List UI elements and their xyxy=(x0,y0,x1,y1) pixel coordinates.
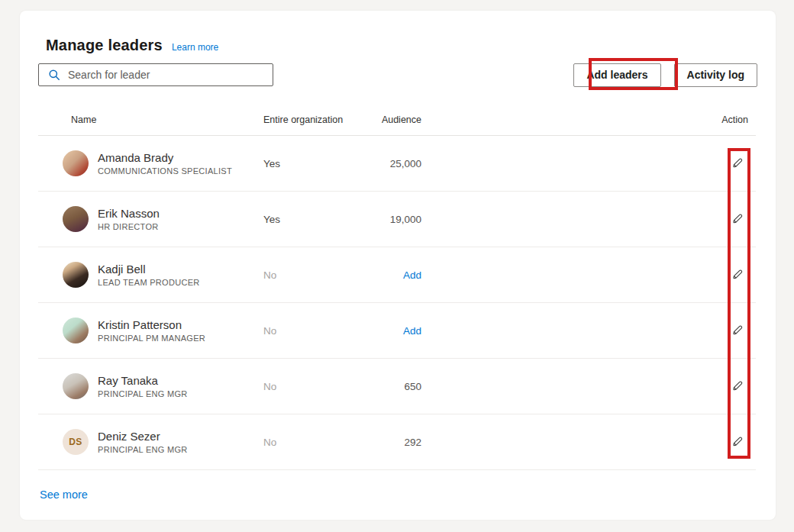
search-box[interactable] xyxy=(38,63,273,86)
column-header-audience: Audience xyxy=(351,114,421,125)
leader-role: PRINCIPAL ENG MGR xyxy=(98,389,188,398)
manage-leaders-card: Manage leaders Learn more Add leaders Ac… xyxy=(20,11,776,520)
table-row: DS Deniz Sezer PRINCIPAL ENG MGR No 292 xyxy=(38,414,756,470)
avatar-initials: DS xyxy=(63,429,89,455)
audience-value: 650 xyxy=(351,381,421,392)
audience-value: 19,000 xyxy=(351,214,421,225)
leader-role: COMMUNICATIONS SPECIALIST xyxy=(98,166,232,176)
add-audience-link[interactable]: Add xyxy=(403,325,421,337)
add-audience-link[interactable]: Add xyxy=(403,269,421,281)
leader-name: Kristin Patterson xyxy=(98,318,205,331)
entire-organization-value: No xyxy=(256,325,351,337)
avatar xyxy=(63,150,89,176)
search-icon xyxy=(48,69,60,81)
table-row: Ray Tanaka PRINCIPAL ENG MGR No 650 xyxy=(38,359,756,414)
table-row: Kristin Patterson PRINCIPAL PM MANAGER N… xyxy=(38,303,756,359)
edit-pencil-icon xyxy=(731,156,744,169)
column-header-name: Name xyxy=(38,114,256,125)
leader-name: Deniz Sezer xyxy=(98,430,188,443)
manage-leaders-page: Manage leaders Learn more Add leaders Ac… xyxy=(0,0,794,532)
entire-organization-value: No xyxy=(256,381,351,392)
leader-role: PRINCIPAL ENG MGR xyxy=(98,445,188,454)
table-header-row: Name Entire organization Audience Action xyxy=(38,104,756,136)
add-leaders-button[interactable]: Add leaders xyxy=(573,63,660,87)
leader-name: Ray Tanaka xyxy=(98,374,188,387)
activity-log-button[interactable]: Activity log xyxy=(674,63,757,87)
edit-pencil-icon xyxy=(731,212,744,224)
edit-leader-button[interactable] xyxy=(730,322,745,337)
learn-more-link[interactable]: Learn more xyxy=(172,42,218,53)
audience-value: 25,000 xyxy=(351,158,421,169)
page-header: Manage leaders Learn more xyxy=(46,37,218,54)
edit-pencil-icon xyxy=(731,324,744,336)
table-row: Kadji Bell LEAD TEAM PRODUCER No Add xyxy=(38,247,756,303)
entire-organization-value: Yes xyxy=(256,158,351,169)
edit-pencil-icon xyxy=(731,435,744,447)
see-more-link[interactable]: See more xyxy=(40,488,88,501)
avatar xyxy=(63,206,89,232)
leader-role: HR DIRECTOR xyxy=(98,222,160,231)
edit-pencil-icon xyxy=(731,379,744,392)
avatar xyxy=(63,318,89,343)
edit-leader-button[interactable] xyxy=(730,155,745,170)
edit-pencil-icon xyxy=(731,268,744,280)
edit-leader-button[interactable] xyxy=(730,211,745,226)
edit-leader-button[interactable] xyxy=(730,378,745,393)
toolbar: Add leaders Activity log xyxy=(38,63,757,87)
entire-organization-value: No xyxy=(256,269,351,281)
entire-organization-value: No xyxy=(256,437,351,448)
leader-name: Amanda Brady xyxy=(98,151,232,164)
leader-role: LEAD TEAM PRODUCER xyxy=(98,278,200,287)
leader-name: Kadji Bell xyxy=(98,263,200,276)
edit-leader-button[interactable] xyxy=(730,266,745,282)
audience-value: 292 xyxy=(351,437,421,448)
column-header-entire-organization: Entire organization xyxy=(256,114,351,125)
table-row: Amanda Brady COMMUNICATIONS SPECIALIST Y… xyxy=(38,136,756,192)
edit-leader-button[interactable] xyxy=(730,434,745,449)
entire-organization-value: Yes xyxy=(256,214,351,225)
leaders-table: Name Entire organization Audience Action… xyxy=(38,104,756,470)
leader-role: PRINCIPAL PM MANAGER xyxy=(98,334,205,343)
leader-name: Erik Nasson xyxy=(98,207,160,220)
toolbar-buttons: Add leaders Activity log xyxy=(573,63,757,87)
table-row: Erik Nasson HR DIRECTOR Yes 19,000 xyxy=(38,192,756,247)
avatar xyxy=(63,373,89,399)
search-input[interactable] xyxy=(68,69,266,81)
page-title: Manage leaders xyxy=(46,37,163,54)
avatar xyxy=(63,262,89,288)
column-header-action: Action xyxy=(421,114,756,125)
